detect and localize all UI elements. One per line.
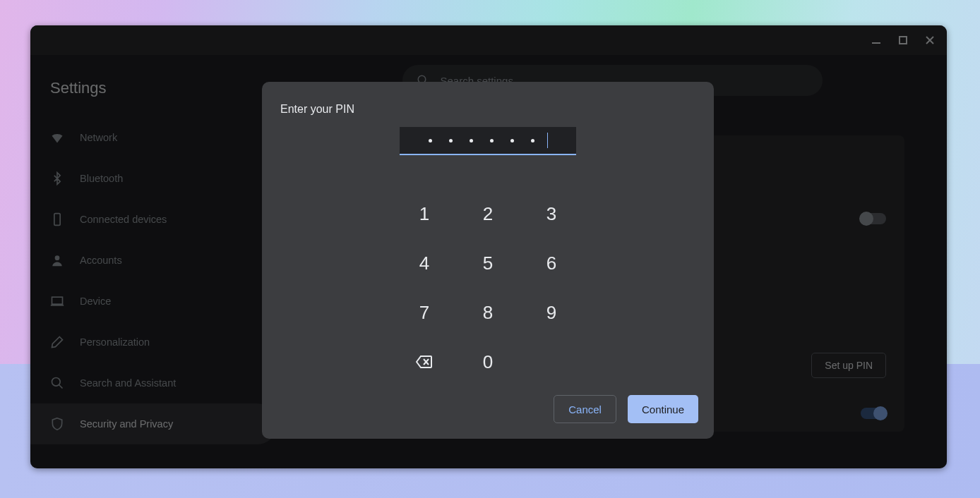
keypad-empty bbox=[530, 341, 573, 383]
pin-dot bbox=[449, 139, 453, 142]
keypad-5[interactable]: 5 bbox=[467, 242, 509, 284]
pin-dot bbox=[531, 139, 534, 142]
keypad-4[interactable]: 4 bbox=[403, 242, 446, 284]
pin-dot bbox=[470, 139, 473, 142]
backspace-icon bbox=[416, 355, 433, 369]
keypad-backspace[interactable] bbox=[403, 341, 446, 383]
pin-modal: Enter your PIN 1 2 3 4 5 6 7 8 9 0 bbox=[262, 82, 714, 439]
keypad-1[interactable]: 1 bbox=[403, 193, 446, 235]
settings-window: Settings Network Bluetooth Connected dev… bbox=[30, 25, 947, 468]
pin-dot bbox=[510, 139, 514, 142]
continue-button[interactable]: Continue bbox=[628, 395, 698, 423]
keypad-2[interactable]: 2 bbox=[467, 193, 509, 235]
keypad: 1 2 3 4 5 6 7 8 9 0 bbox=[393, 189, 583, 387]
keypad-7[interactable]: 7 bbox=[403, 291, 446, 334]
modal-title: Enter your PIN bbox=[262, 82, 714, 116]
keypad-3[interactable]: 3 bbox=[530, 193, 573, 235]
pin-dot bbox=[429, 139, 432, 142]
pin-input[interactable] bbox=[400, 127, 576, 155]
keypad-9[interactable]: 9 bbox=[530, 291, 573, 334]
pin-cursor bbox=[547, 133, 548, 148]
cancel-button[interactable]: Cancel bbox=[554, 395, 616, 423]
keypad-8[interactable]: 8 bbox=[467, 291, 509, 334]
keypad-6[interactable]: 6 bbox=[530, 242, 573, 284]
pin-dot bbox=[490, 139, 494, 142]
keypad-0[interactable]: 0 bbox=[467, 341, 509, 383]
